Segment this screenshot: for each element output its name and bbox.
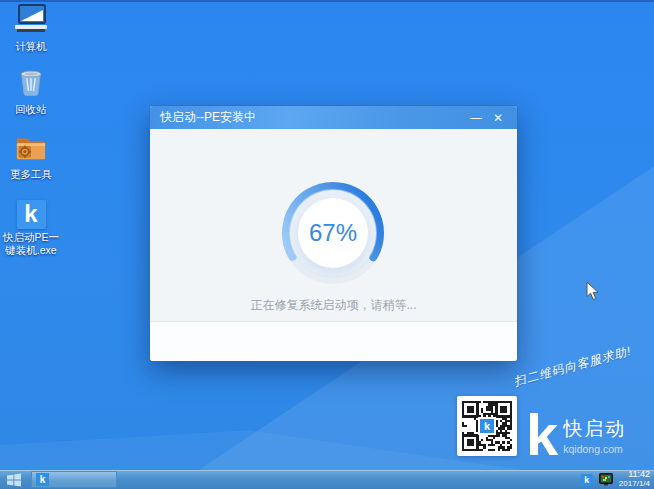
taskbar: k k 11:42 2017/1/4 bbox=[0, 470, 654, 489]
qr-k-letter: k bbox=[480, 419, 494, 433]
k-app-icon: k bbox=[36, 473, 49, 486]
brand-name: 快启动 bbox=[563, 416, 626, 442]
dialog-footer bbox=[150, 321, 517, 361]
close-button[interactable]: ✕ bbox=[489, 109, 507, 127]
pe-install-dialog: 快启动--PE安装中 — ✕ 67% 正在修复系统启动项，请稍等... bbox=[150, 106, 517, 361]
system-tray: k 11:42 2017/1/4 bbox=[581, 470, 654, 489]
mouse-cursor bbox=[586, 281, 599, 301]
brand-logo: k 快启动 kqidong.com bbox=[526, 407, 626, 463]
desktop-icon-more-tools[interactable]: 更多工具 bbox=[0, 134, 62, 181]
k-letter: k bbox=[17, 200, 46, 229]
wallpaper-top-shade bbox=[0, 0, 654, 2]
computer-icon bbox=[14, 4, 48, 34]
desktop-icon-label: 回收站 bbox=[0, 103, 62, 116]
desktop-icon-recycle-bin[interactable]: 回收站 bbox=[0, 66, 62, 116]
taskbar-item-k-installer[interactable]: k bbox=[31, 471, 117, 488]
progress-percent: 67% bbox=[309, 219, 357, 247]
status-text: 正在修复系统启动项，请稍等... bbox=[150, 297, 517, 314]
tray-k-icon[interactable]: k bbox=[581, 474, 593, 486]
desktop-icon-label: 计算机 bbox=[0, 40, 62, 53]
qr-code: k bbox=[457, 396, 517, 456]
tray-display-icon[interactable] bbox=[599, 473, 613, 486]
progress-inner-disc: 67% bbox=[298, 198, 368, 268]
brand-k-letter: k bbox=[526, 412, 556, 457]
progress-ring: 67% bbox=[278, 178, 388, 288]
desktop-icon-label: 快启动PE一键装机.exe bbox=[0, 231, 62, 256]
taskbar-clock[interactable]: 11:42 2017/1/4 bbox=[619, 470, 650, 489]
clock-date: 2017/1/4 bbox=[619, 480, 650, 489]
brand-website: kqidong.com bbox=[563, 443, 626, 455]
desktop-icon-label: 更多工具 bbox=[0, 168, 62, 181]
dialog-body: 67% 正在修复系统启动项，请稍等... bbox=[150, 129, 517, 321]
windows-logo-icon bbox=[6, 473, 22, 487]
minimize-button[interactable]: — bbox=[467, 109, 485, 127]
start-button[interactable] bbox=[0, 470, 28, 489]
k-installer-icon: k bbox=[17, 200, 46, 229]
recycle-bin-icon bbox=[17, 66, 45, 97]
qr-center-badge: k bbox=[478, 417, 496, 435]
desktop-icon-k-installer[interactable]: k 快启动PE一键装机.exe bbox=[0, 200, 62, 256]
dialog-titlebar[interactable]: 快启动--PE安装中 — ✕ bbox=[150, 106, 517, 129]
dialog-title: 快启动--PE安装中 bbox=[160, 109, 256, 126]
tools-folder-icon bbox=[15, 134, 47, 162]
desktop-icon-computer[interactable]: 计算机 bbox=[0, 4, 62, 53]
